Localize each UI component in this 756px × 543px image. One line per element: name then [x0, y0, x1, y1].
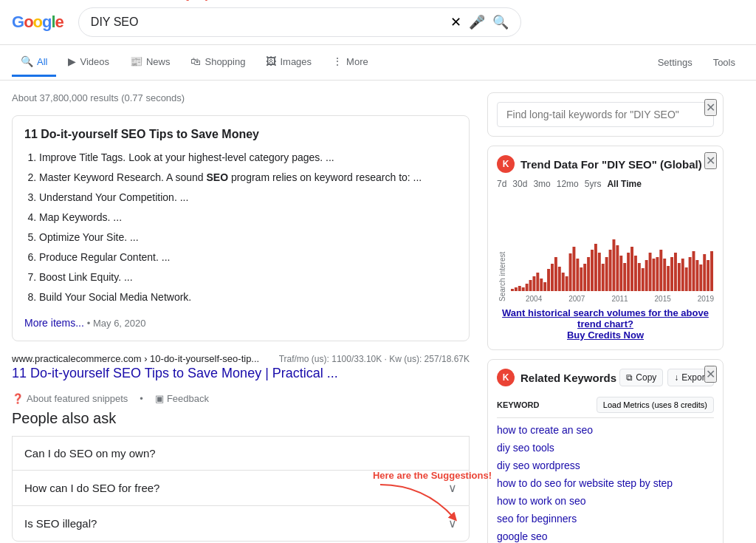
list-item: Produce Regular Content. ... [39, 250, 457, 265]
keyword-5[interactable]: how to work on seo [497, 492, 714, 510]
filter-alltime[interactable]: All Time [607, 179, 641, 189]
keyword-1[interactable]: how to create an seo [497, 421, 714, 439]
tab-images-label: Images [280, 56, 312, 67]
suggestions-arrow-svg [373, 481, 461, 525]
related-card-close[interactable]: ✕ [704, 366, 717, 383]
svg-rect-50 [678, 263, 681, 291]
svg-rect-6 [518, 286, 521, 291]
filter-3mo[interactable]: 3mo [533, 179, 550, 189]
svg-rect-43 [653, 259, 656, 291]
tab-videos[interactable]: ▶ Videos [59, 48, 118, 77]
keyword-list: how to create an seo diy seo tools diy s… [497, 421, 714, 543]
keyword-4[interactable]: how to do seo for website step by step [497, 474, 714, 492]
svg-rect-46 [663, 259, 666, 291]
paa-item-1[interactable]: Can I do SEO on my own? [12, 436, 470, 470]
mic-icon[interactable]: 🎤 [469, 14, 485, 30]
tab-videos-label: Videos [80, 56, 109, 67]
tab-shopping[interactable]: 🛍 Shopping [182, 48, 254, 77]
svg-rect-38 [634, 256, 637, 291]
svg-rect-49 [674, 253, 677, 291]
videos-icon: ▶ [68, 55, 76, 67]
svg-rect-33 [616, 245, 619, 291]
col-header-label: KEYWORD [497, 400, 539, 409]
page-wrapper: Google ✕ 🎤 🔍 Your Query Goes Here! 🔍 All [0, 0, 756, 543]
filter-12mo[interactable]: 12mo [557, 179, 579, 189]
tab-images[interactable]: 🖼 Images [257, 48, 320, 77]
x-label-2011: 2011 [611, 295, 628, 303]
svg-rect-30 [605, 257, 608, 291]
search-icon[interactable]: 🔍 [492, 14, 509, 30]
trend-card: ✕ K Trend Data For "DIY SEO" (Global) 7d… [487, 146, 724, 350]
keyword-6[interactable]: seo for beginners [497, 510, 714, 527]
feedback-link[interactable]: ▣ Feedback [155, 393, 209, 404]
keyword-card-close[interactable]: ✕ [704, 99, 717, 116]
keyword-search-input[interactable] [497, 102, 714, 127]
annotation-arrow-svg [94, 0, 153, 2]
svg-rect-14 [547, 269, 550, 291]
x-label-2015: 2015 [655, 295, 671, 303]
svg-rect-22 [576, 259, 579, 291]
news-icon: 📰 [130, 55, 142, 67]
search-input[interactable] [91, 16, 444, 29]
svg-rect-54 [693, 251, 695, 291]
trend-link-line2: Buy Credits Now [567, 329, 644, 341]
related-header: K Related Keywords ⧉ Copy ↓ Export [497, 369, 714, 386]
svg-rect-35 [623, 263, 626, 291]
trend-chart-svg [511, 195, 714, 291]
query-annotation-text: Your Query Goes Here! [159, 0, 264, 1]
tab-news[interactable]: 📰 News [121, 48, 179, 77]
svg-rect-47 [667, 266, 670, 291]
filter-7d[interactable]: 7d [497, 179, 506, 189]
result-title-link[interactable]: 11 Do-it-yourself SEO Tips to Save Money… [12, 366, 470, 381]
feedback-text: Feedback [167, 393, 209, 404]
featured-list: Improve Title Tags. Look at your highest… [24, 150, 457, 305]
svg-rect-45 [659, 250, 662, 291]
clear-icon[interactable]: ✕ [450, 14, 461, 30]
tab-all[interactable]: 🔍 All [12, 48, 56, 77]
trend-title: Trend Data For "DIY SEO" (Global) [520, 158, 702, 171]
svg-rect-39 [638, 263, 641, 291]
copy-button[interactable]: ⧉ Copy [619, 369, 663, 386]
keyword-3[interactable]: diy seo wordpress [497, 457, 714, 474]
filter-5yrs[interactable]: 5yrs [585, 179, 602, 189]
trend-link[interactable]: Want historical search volumes for the a… [497, 307, 714, 341]
svg-rect-23 [580, 267, 583, 291]
tools-link[interactable]: Tools [704, 49, 744, 75]
x-label-2007: 2007 [568, 295, 585, 303]
keyword-2[interactable]: diy seo tools [497, 439, 714, 457]
main-content: About 37,800,000 results (0.77 seconds) … [0, 81, 756, 543]
left-column: About 37,800,000 results (0.77 seconds) … [12, 92, 470, 543]
trend-chart-area: 2004 2007 2011 2015 2019 [511, 195, 714, 303]
trend-y-label: Search interest [497, 195, 508, 303]
more-items-link[interactable]: More items... [24, 317, 84, 329]
svg-rect-51 [681, 259, 684, 291]
tab-shopping-label: Shopping [205, 56, 245, 67]
svg-rect-5 [515, 287, 518, 291]
svg-rect-44 [656, 257, 659, 291]
svg-rect-17 [558, 267, 561, 291]
list-item: Understand Your Competition. ... [39, 190, 457, 205]
svg-rect-12 [540, 279, 543, 291]
all-icon: 🔍 [21, 55, 33, 67]
svg-rect-9 [529, 280, 532, 291]
filter-30d[interactable]: 30d [512, 179, 527, 189]
trend-card-close[interactable]: ✕ [704, 152, 717, 169]
svg-rect-36 [627, 253, 630, 291]
copy-label: Copy [636, 372, 656, 383]
about-snippets-link[interactable]: ❓ About featured snippets [12, 393, 128, 404]
query-annotation-area: Your Query Goes Here! [94, 0, 264, 2]
question-icon: ❓ [12, 393, 24, 404]
tab-more[interactable]: ⋮ More [323, 48, 377, 77]
list-item: Map Keywords. ... [39, 210, 457, 225]
settings-link[interactable]: Settings [649, 49, 701, 75]
svg-rect-18 [562, 273, 565, 291]
svg-rect-41 [645, 260, 648, 291]
list-item: Improve Title Tags. Look at your highest… [39, 150, 457, 165]
svg-rect-57 [703, 254, 706, 291]
load-metrics-button[interactable]: Load Metrics (uses 8 credits) [597, 397, 714, 413]
keyword-col-header: KEYWORD Load Metrics (uses 8 credits) [497, 392, 714, 418]
keyword-7[interactable]: google seo [497, 527, 714, 543]
paa-question-1: Can I do SEO on my own? [24, 447, 156, 460]
results-count: About 37,800,000 results (0.77 seconds) [12, 92, 470, 103]
paa-section: People also ask Here are the Suggestions… [12, 410, 470, 543]
